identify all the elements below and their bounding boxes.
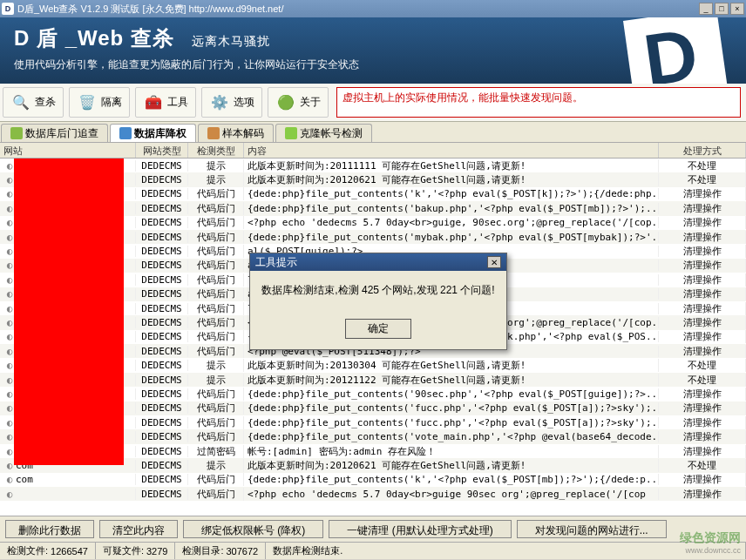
banner-subtitle-small: 远离木马骚扰 [192, 34, 270, 48]
maximize-button[interactable]: □ [715, 3, 729, 15]
dialog-titlebar: 工具提示 ✕ [250, 253, 506, 271]
tab4-label: 克隆帐号检测 [300, 126, 363, 141]
redacted-overlay [14, 159, 124, 465]
tools-label: 工具 [167, 95, 188, 110]
close-button[interactable]: × [730, 3, 744, 15]
code-icon [207, 127, 220, 139]
gear-icon: ⚙️ [209, 92, 230, 113]
dialog-ok-button[interactable]: 确定 [345, 319, 411, 339]
app-banner: D D 盾 _Web 查杀 远离木马骚扰 使用代码分析引擎，能追查更为隐蔽的后门… [0, 17, 746, 84]
tools-button[interactable]: 🧰工具 [135, 87, 196, 118]
options-button[interactable]: ⚙️选项 [201, 87, 262, 118]
shield-icon: 🟢 [275, 92, 296, 113]
row-icon: ◐ [3, 489, 16, 500]
one-click-clean-button[interactable]: 一键清理 (用默认处理方式处理) [329, 520, 511, 538]
status-bar: 检测文件:1266547 可疑文件:3279 检测目录:307672 数据库检测… [0, 542, 746, 559]
search-icon: 🔍 [10, 92, 31, 113]
tab-sample-decode[interactable]: 样本解码 [198, 124, 274, 142]
about-button[interactable]: 🟢关于 [268, 87, 329, 118]
status-suspect-files: 可疑文件:3279 [96, 543, 176, 559]
scan-label: 查杀 [35, 95, 56, 110]
trash-icon: 🗑️ [77, 92, 98, 113]
quarantine-label: 隔离 [101, 95, 122, 110]
dialog-title: 工具提示 [255, 255, 297, 270]
toolbox-icon: 🧰 [143, 92, 164, 113]
col-sitetype[interactable]: 网站类型 [136, 143, 188, 158]
tab2-label: 数据库降权 [134, 126, 186, 141]
quarantine-button[interactable]: 🗑️隔离 [69, 87, 130, 118]
table-row[interactable]: ◐comDEDECMS代码后门{dede:php}file_put_conten… [0, 473, 746, 487]
col-site[interactable]: 网站 [0, 143, 136, 158]
table-row[interactable]: ◐DEDECMS代码后门<?php echo 'dedecms 5.7 0day… [0, 487, 746, 501]
dialog-close-button[interactable]: ✕ [487, 256, 501, 268]
dialog-message: 数据库检测结束,检测 425 个网站,发现 221 个问题! [250, 271, 506, 310]
row-icon: ◐ [3, 474, 16, 485]
status-message: 数据库检测结束. [266, 543, 746, 559]
status-scanned-files: 检测文件:1266547 [0, 543, 96, 559]
window-title: D盾_Web查杀 V1.2.9 测试版 [永久免费] http://www.d9… [17, 3, 699, 16]
hint-banner: 虚拟主机上的实际使用情况，能批量快速发现问题。 [336, 87, 741, 118]
banner-description: 使用代码分析引擎，能追查更为隐蔽的后门行为，让你网站运行于安全状态 [14, 57, 732, 72]
app-icon: D [2, 3, 14, 15]
about-label: 关于 [300, 95, 321, 110]
svg-text:D: D [639, 17, 702, 84]
tab1-label: 数据库后门追查 [25, 126, 98, 141]
user-icon [285, 127, 297, 139]
col-detect[interactable]: 检测类型 [188, 143, 244, 158]
col-content[interactable]: 内容 [244, 143, 659, 158]
scan-button[interactable]: 🔍查杀 [3, 87, 64, 118]
tab3-label: 样本解码 [222, 126, 264, 141]
main-toolbar: 🔍查杀 🗑️隔离 🧰工具 ⚙️选项 🟢关于 虚拟主机上的实际使用情况，能批量快速… [0, 84, 746, 122]
db-icon [10, 127, 23, 139]
tab-db-privilege[interactable]: 数据库降权 [110, 124, 196, 142]
bind-lowpriv-button[interactable]: 绑定低权限帐号 (降权) [183, 520, 323, 538]
tab-strip: 数据库后门追查 数据库降权 样本解码 克隆帐号检测 [0, 122, 746, 143]
banner-title: D 盾 _Web 查杀 [14, 26, 174, 50]
lock-icon [119, 127, 132, 139]
grid-header: 网站 网站类型 检测类型 内容 处理方式 [0, 143, 746, 159]
clear-content-button[interactable]: 清空此内容 [99, 520, 178, 538]
action-bar: 删除此行数据 清空此内容 绑定低权限帐号 (降权) 一键清理 (用默认处理方式处… [0, 516, 746, 542]
tab-db-backdoor[interactable]: 数据库后门追查 [1, 124, 108, 142]
alert-dialog: 工具提示 ✕ 数据库检测结束,检测 425 个网站,发现 221 个问题! 确定 [249, 253, 507, 350]
window-titlebar: D D盾_Web查杀 V1.2.9 测试版 [永久免费] http://www.… [0, 0, 746, 17]
tab-clone-account[interactable]: 克隆帐号检测 [275, 124, 372, 142]
col-action[interactable]: 处理方式 [659, 143, 746, 158]
delete-row-button[interactable]: 删除此行数据 [5, 520, 94, 538]
minimize-button[interactable]: _ [699, 3, 713, 15]
process-found-button[interactable]: 对发现问题的网站进行... [517, 520, 667, 538]
logo-large-icon: D [615, 17, 737, 84]
status-scanned-dirs: 检测目录:307672 [175, 543, 266, 559]
options-label: 选项 [234, 95, 254, 110]
